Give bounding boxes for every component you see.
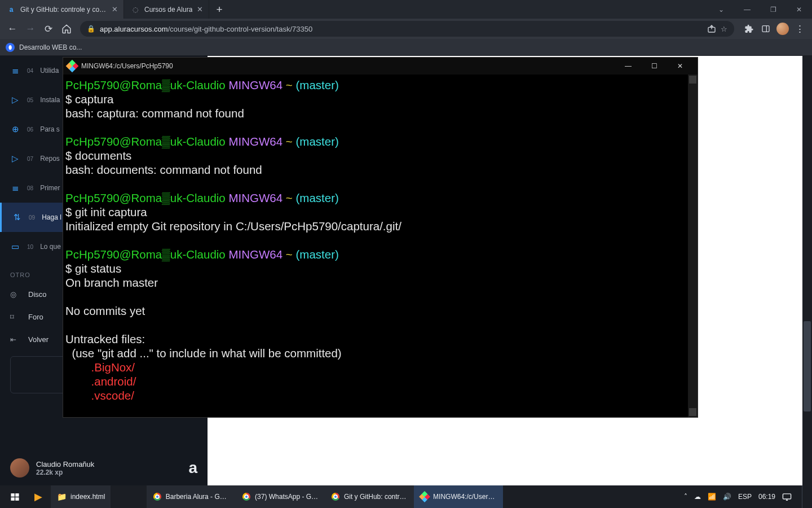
lesson-label: Primer	[40, 184, 60, 192]
page-viewport: ≣04Utilida▷05Instala⊕06Para s▷07Repos≣08…	[0, 56, 812, 485]
tab-title: Git y GitHub: controle y compart	[20, 6, 107, 14]
lesson-icon: ▷	[10, 95, 20, 105]
lesson-icon: ⇅	[12, 212, 22, 222]
star-icon[interactable]: ☆	[721, 25, 727, 33]
terminal-titlebar[interactable]: MINGW64:/c/Users/PcHp5790 — ☐ ✕	[63, 58, 698, 75]
lesson-label: Para s	[40, 125, 60, 133]
link-icon: ⇤	[10, 335, 20, 344]
start-button[interactable]	[3, 485, 26, 508]
terminal-close-button[interactable]: ✕	[667, 58, 693, 75]
taskbar-task-label: (37) WhatsApp - Goo...	[255, 493, 319, 501]
link-icon: ⌑	[10, 313, 20, 321]
lesson-number: 04	[27, 68, 33, 74]
terminal-title: MINGW64:/c/Users/PcHp5790	[81, 62, 173, 70]
terminal-window: MINGW64:/c/Users/PcHp5790 — ☐ ✕ PcHp5790…	[63, 58, 698, 417]
notifications-icon[interactable]	[782, 493, 792, 501]
globe-icon: ◌	[131, 5, 140, 14]
new-tab-button[interactable]: +	[209, 3, 229, 16]
lesson-number: 06	[27, 126, 33, 133]
chrome-icon	[330, 492, 340, 502]
lock-icon: 🔒	[87, 25, 95, 33]
lesson-icon: ≣	[10, 183, 20, 193]
page-scrollbar[interactable]	[802, 56, 812, 485]
svg-rect-5	[11, 497, 14, 501]
browser-tab-1[interactable]: ◌ Cursos de Alura ✕	[124, 0, 209, 19]
sidebar-footer: Claudio Romañuk 22.2k xp a	[0, 450, 208, 485]
lesson-number: 09	[29, 214, 35, 221]
lesson-icon: ⊕	[10, 124, 20, 134]
lesson-label: Utilida	[40, 67, 59, 75]
address-bar[interactable]: 🔒 app.aluracursos.com/course/git-github-…	[80, 21, 734, 37]
link-label: Volver	[28, 335, 48, 344]
maximize-button[interactable]: ❐	[760, 0, 786, 19]
svg-rect-7	[783, 493, 791, 498]
browser-toolbar: ← → ⟳ 🔒 app.aluracursos.com/course/git-g…	[0, 19, 812, 39]
windows-taskbar: ▶ 📁 indeex.html Barberia Alura - Goog...…	[0, 485, 812, 508]
svg-rect-1	[762, 26, 769, 32]
browser-tab-0[interactable]: a Git y GitHub: controle y compart ✕	[0, 0, 124, 19]
bookmarks-bar: ⬮ Desarrollo WEB co...	[0, 39, 812, 56]
svg-rect-3	[11, 493, 14, 497]
svg-rect-6	[15, 497, 19, 501]
lesson-label: Repos	[40, 155, 60, 163]
browser-window-controls: ⌄ — ❐ ✕	[708, 0, 812, 19]
bookmark-item[interactable]: ⬮ Desarrollo WEB co...	[6, 43, 82, 52]
terminal-maximize-button[interactable]: ☐	[641, 58, 667, 75]
taskbar-task[interactable]: (37) WhatsApp - Goo...	[236, 485, 325, 508]
home-button[interactable]	[59, 21, 74, 37]
language-indicator[interactable]: ESP	[738, 493, 752, 501]
tray-chevron-icon[interactable]: ˄	[684, 493, 687, 501]
show-desktop-button[interactable]	[802, 485, 805, 508]
close-button[interactable]: ✕	[786, 0, 812, 19]
close-icon[interactable]: ✕	[197, 5, 203, 14]
taskbar-task[interactable]: Git y GitHub: controle...	[325, 485, 414, 508]
taskbar-pinned-1[interactable]: 📁 indeex.html	[51, 485, 111, 508]
menu-button[interactable]: ⋮	[792, 21, 807, 37]
link-label: Foro	[28, 313, 43, 321]
lesson-label: Lo que	[40, 243, 61, 251]
alura-logo: a	[188, 459, 197, 477]
taskbar-task-label: MINGW64:/c/Users/P...	[433, 493, 497, 501]
terminal-scrollbar[interactable]	[688, 75, 698, 417]
taskbar-task-label: Barberia Alura - Goog...	[166, 493, 231, 501]
user-name: Claudio Romañuk	[36, 460, 94, 468]
lesson-icon: ▷	[10, 154, 20, 164]
lesson-label: Haga l	[42, 213, 61, 221]
favicon-icon: a	[7, 5, 16, 14]
profile-avatar[interactable]	[775, 21, 791, 37]
chevron-down-icon[interactable]: ⌄	[708, 0, 734, 19]
mingw-icon	[420, 492, 429, 502]
browser-tabstrip: a Git y GitHub: controle y compart ✕ ◌ C…	[0, 0, 812, 19]
terminal-minimize-button[interactable]: —	[615, 58, 641, 75]
user-xp: 22.2k xp	[36, 468, 94, 476]
taskbar-pinned-0[interactable]: ▶	[27, 485, 50, 508]
link-icon: ◎	[10, 290, 20, 299]
taskbar-label: indeex.html	[70, 493, 105, 501]
lesson-label: Instala	[40, 96, 60, 104]
taskbar-task-label: Git y GitHub: controle...	[344, 493, 408, 501]
chrome-icon	[241, 492, 251, 502]
lesson-icon: ≣	[10, 65, 20, 76]
clock[interactable]: 06:19	[758, 493, 775, 501]
volume-icon[interactable]: 🔊	[723, 493, 731, 501]
tab-title: Cursos de Alura	[144, 6, 192, 14]
share-icon[interactable]	[707, 24, 716, 33]
forward-button[interactable]: →	[23, 21, 38, 37]
reload-button[interactable]: ⟳	[41, 21, 56, 37]
extensions-icon[interactable]	[741, 21, 757, 37]
side-panel-icon[interactable]	[758, 21, 774, 37]
taskbar-task[interactable]: Barberia Alura - Goog...	[147, 485, 236, 508]
close-icon[interactable]: ✕	[112, 5, 118, 14]
url-path: /course/git-github-control-version/task/…	[168, 25, 313, 33]
lesson-number: 08	[27, 185, 33, 191]
minimize-button[interactable]: —	[734, 0, 760, 19]
back-button[interactable]: ←	[5, 21, 20, 37]
network-icon[interactable]: 📶	[708, 493, 716, 501]
lesson-icon: ▭	[10, 242, 20, 252]
link-label: Disco	[28, 290, 47, 299]
onedrive-icon[interactable]: ☁	[694, 493, 701, 501]
taskbar-task[interactable]: MINGW64:/c/Users/P...	[414, 485, 503, 508]
terminal-body[interactable]: PcHp5790@Roma▒uk-Claudio MINGW64 ~ (mast…	[63, 75, 698, 417]
chrome-icon	[152, 492, 161, 502]
user-avatar[interactable]	[10, 458, 29, 478]
